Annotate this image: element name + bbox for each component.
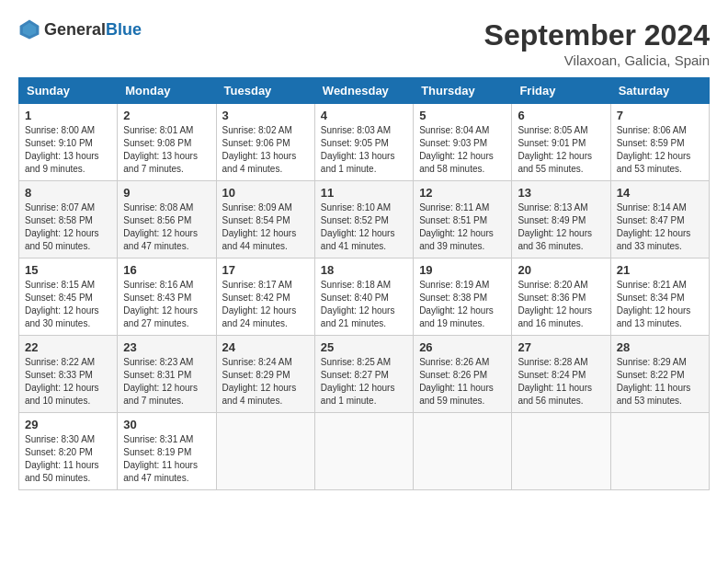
day-info: Sunrise: 8:13 AMSunset: 8:49 PMDaylight:… bbox=[518, 201, 604, 253]
calendar-cell: 4Sunrise: 8:03 AMSunset: 9:05 PMDaylight… bbox=[314, 104, 413, 181]
calendar-cell: 8Sunrise: 8:07 AMSunset: 8:58 PMDaylight… bbox=[19, 181, 118, 259]
day-number: 14 bbox=[617, 186, 703, 200]
day-number: 8 bbox=[25, 186, 111, 200]
weekday-header-monday: Monday bbox=[118, 78, 216, 104]
day-number: 18 bbox=[321, 263, 407, 277]
day-info: Sunrise: 8:19 AMSunset: 8:38 PMDaylight:… bbox=[419, 279, 506, 330]
day-info: Sunrise: 8:04 AMSunset: 9:03 PMDaylight:… bbox=[419, 124, 506, 176]
location: Vilaxoan, Galicia, Spain bbox=[484, 52, 710, 68]
calendar-cell: 23Sunrise: 8:23 AMSunset: 8:31 PMDayligh… bbox=[118, 336, 216, 413]
logo-general: General bbox=[44, 20, 106, 39]
day-number: 13 bbox=[518, 186, 604, 200]
logo: GeneralBlue bbox=[18, 18, 142, 40]
calendar-cell: 15Sunrise: 8:15 AMSunset: 8:45 PMDayligh… bbox=[19, 259, 118, 336]
weekday-header-row: SundayMondayTuesdayWednesdayThursdayFrid… bbox=[19, 78, 710, 104]
day-number: 3 bbox=[222, 109, 309, 122]
day-info: Sunrise: 8:25 AMSunset: 8:27 PMDaylight:… bbox=[321, 356, 407, 408]
day-info: Sunrise: 8:01 AMSunset: 9:08 PMDaylight:… bbox=[123, 124, 210, 176]
calendar-cell: 19Sunrise: 8:19 AMSunset: 8:38 PMDayligh… bbox=[414, 259, 512, 336]
day-number: 17 bbox=[222, 263, 309, 277]
calendar-cell: 16Sunrise: 8:16 AMSunset: 8:43 PMDayligh… bbox=[118, 259, 216, 336]
calendar-cell: 29Sunrise: 8:30 AMSunset: 8:20 PMDayligh… bbox=[19, 413, 118, 490]
weekday-header-sunday: Sunday bbox=[19, 78, 118, 104]
day-number: 15 bbox=[25, 263, 111, 277]
calendar-cell bbox=[314, 413, 413, 490]
calendar-table: SundayMondayTuesdayWednesdayThursdayFrid… bbox=[18, 77, 710, 490]
day-info: Sunrise: 8:21 AMSunset: 8:34 PMDaylight:… bbox=[617, 279, 703, 330]
calendar-cell: 17Sunrise: 8:17 AMSunset: 8:42 PMDayligh… bbox=[216, 259, 314, 336]
day-info: Sunrise: 8:10 AMSunset: 8:52 PMDaylight:… bbox=[321, 201, 407, 253]
day-info: Sunrise: 8:09 AMSunset: 8:54 PMDaylight:… bbox=[222, 201, 309, 253]
day-info: Sunrise: 8:20 AMSunset: 8:36 PMDaylight:… bbox=[518, 279, 604, 330]
day-info: Sunrise: 8:00 AMSunset: 9:10 PMDaylight:… bbox=[25, 124, 111, 176]
calendar-cell: 3Sunrise: 8:02 AMSunset: 9:06 PMDaylight… bbox=[216, 104, 314, 181]
day-info: Sunrise: 8:14 AMSunset: 8:47 PMDaylight:… bbox=[617, 201, 703, 253]
calendar-week-row: 29Sunrise: 8:30 AMSunset: 8:20 PMDayligh… bbox=[19, 413, 710, 490]
calendar-cell: 26Sunrise: 8:26 AMSunset: 8:26 PMDayligh… bbox=[414, 336, 512, 413]
day-info: Sunrise: 8:16 AMSunset: 8:43 PMDaylight:… bbox=[123, 279, 210, 330]
day-number: 25 bbox=[321, 340, 407, 354]
day-info: Sunrise: 8:18 AMSunset: 8:40 PMDaylight:… bbox=[321, 279, 407, 330]
calendar-cell: 13Sunrise: 8:13 AMSunset: 8:49 PMDayligh… bbox=[512, 181, 610, 259]
day-number: 2 bbox=[123, 109, 210, 122]
day-number: 7 bbox=[617, 109, 703, 122]
calendar-cell: 10Sunrise: 8:09 AMSunset: 8:54 PMDayligh… bbox=[216, 181, 314, 259]
day-number: 30 bbox=[123, 418, 210, 431]
day-number: 6 bbox=[518, 109, 604, 122]
weekday-header-wednesday: Wednesday bbox=[314, 78, 413, 104]
calendar-cell: 12Sunrise: 8:11 AMSunset: 8:51 PMDayligh… bbox=[414, 181, 512, 259]
day-info: Sunrise: 8:26 AMSunset: 8:26 PMDaylight:… bbox=[419, 356, 506, 408]
month-year: September 2024 bbox=[484, 18, 710, 52]
day-info: Sunrise: 8:02 AMSunset: 9:06 PMDaylight:… bbox=[222, 124, 309, 176]
calendar-cell: 5Sunrise: 8:04 AMSunset: 9:03 PMDaylight… bbox=[414, 104, 512, 181]
calendar-cell: 28Sunrise: 8:29 AMSunset: 8:22 PMDayligh… bbox=[610, 336, 709, 413]
day-info: Sunrise: 8:22 AMSunset: 8:33 PMDaylight:… bbox=[25, 356, 111, 408]
calendar-week-row: 15Sunrise: 8:15 AMSunset: 8:45 PMDayligh… bbox=[19, 259, 710, 336]
calendar-week-row: 1Sunrise: 8:00 AMSunset: 9:10 PMDaylight… bbox=[19, 104, 710, 181]
calendar-cell bbox=[414, 413, 512, 490]
title-block: September 2024 Vilaxoan, Galicia, Spain bbox=[484, 18, 710, 68]
day-number: 4 bbox=[321, 109, 407, 122]
calendar-cell: 7Sunrise: 8:06 AMSunset: 8:59 PMDaylight… bbox=[610, 104, 709, 181]
day-number: 10 bbox=[222, 186, 309, 200]
day-info: Sunrise: 8:11 AMSunset: 8:51 PMDaylight:… bbox=[419, 201, 506, 253]
calendar-cell: 20Sunrise: 8:20 AMSunset: 8:36 PMDayligh… bbox=[512, 259, 610, 336]
day-info: Sunrise: 8:08 AMSunset: 8:56 PMDaylight:… bbox=[123, 201, 210, 253]
day-number: 20 bbox=[518, 263, 604, 277]
weekday-header-saturday: Saturday bbox=[610, 78, 709, 104]
calendar-cell: 21Sunrise: 8:21 AMSunset: 8:34 PMDayligh… bbox=[610, 259, 709, 336]
day-number: 12 bbox=[419, 186, 506, 200]
day-number: 23 bbox=[123, 340, 210, 354]
calendar-cell: 1Sunrise: 8:00 AMSunset: 9:10 PMDaylight… bbox=[19, 104, 118, 181]
day-number: 16 bbox=[123, 263, 210, 277]
weekday-header-friday: Friday bbox=[512, 78, 610, 104]
calendar-cell: 11Sunrise: 8:10 AMSunset: 8:52 PMDayligh… bbox=[314, 181, 413, 259]
calendar-cell: 27Sunrise: 8:28 AMSunset: 8:24 PMDayligh… bbox=[512, 336, 610, 413]
day-info: Sunrise: 8:05 AMSunset: 9:01 PMDaylight:… bbox=[518, 124, 604, 176]
day-info: Sunrise: 8:03 AMSunset: 9:05 PMDaylight:… bbox=[321, 124, 407, 176]
logo-blue: Blue bbox=[106, 20, 142, 39]
day-number: 27 bbox=[518, 340, 604, 354]
day-info: Sunrise: 8:30 AMSunset: 8:20 PMDaylight:… bbox=[25, 433, 111, 485]
logo-icon bbox=[18, 18, 40, 40]
day-number: 26 bbox=[419, 340, 506, 354]
day-info: Sunrise: 8:24 AMSunset: 8:29 PMDaylight:… bbox=[222, 356, 309, 408]
day-info: Sunrise: 8:06 AMSunset: 8:59 PMDaylight:… bbox=[617, 124, 703, 176]
page-header: GeneralBlue September 2024 Vilaxoan, Gal… bbox=[18, 18, 710, 68]
day-number: 9 bbox=[123, 186, 210, 200]
day-info: Sunrise: 8:07 AMSunset: 8:58 PMDaylight:… bbox=[25, 201, 111, 253]
day-number: 5 bbox=[419, 109, 506, 122]
calendar-week-row: 22Sunrise: 8:22 AMSunset: 8:33 PMDayligh… bbox=[19, 336, 710, 413]
calendar-cell: 9Sunrise: 8:08 AMSunset: 8:56 PMDaylight… bbox=[118, 181, 216, 259]
calendar-cell: 22Sunrise: 8:22 AMSunset: 8:33 PMDayligh… bbox=[19, 336, 118, 413]
day-info: Sunrise: 8:17 AMSunset: 8:42 PMDaylight:… bbox=[222, 279, 309, 330]
day-number: 28 bbox=[617, 340, 703, 354]
calendar-cell bbox=[216, 413, 314, 490]
day-number: 21 bbox=[617, 263, 703, 277]
day-number: 22 bbox=[25, 340, 111, 354]
day-number: 11 bbox=[321, 186, 407, 200]
calendar-cell bbox=[512, 413, 610, 490]
day-info: Sunrise: 8:15 AMSunset: 8:45 PMDaylight:… bbox=[25, 279, 111, 330]
day-number: 24 bbox=[222, 340, 309, 354]
day-number: 1 bbox=[25, 109, 111, 122]
